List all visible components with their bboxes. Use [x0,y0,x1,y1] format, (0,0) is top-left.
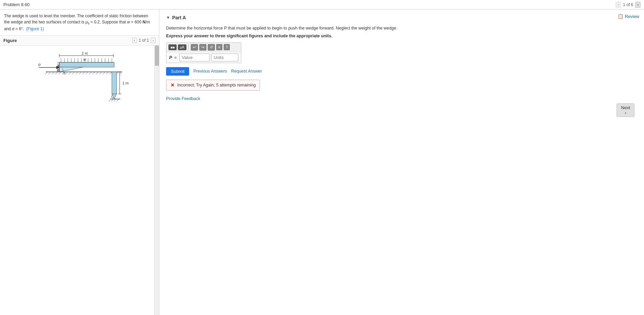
svg-rect-53 [112,72,117,94]
collapse-icon[interactable]: ▼ [166,15,170,20]
part-a-label: Part A [172,15,186,20]
next-button[interactable]: Next › [617,103,635,117]
toolbar-reset-btn[interactable]: ↺ [208,44,215,51]
error-message: Incorrect; Try Again; 5 attempts remaini… [177,83,256,87]
svg-line-52 [120,72,122,74]
p-label: P [169,55,172,60]
figure-link[interactable]: (Figure 1) [26,26,44,31]
svg-line-44 [93,72,95,74]
svg-line-61 [108,99,111,101]
error-icon: ✕ [170,82,175,88]
svg-line-41 [82,72,85,74]
svg-line-48 [106,72,108,74]
error-box: ✕ Incorrect; Try Again; 5 attempts remai… [166,80,260,91]
submit-row: Submit Previous Answers Request Answer [166,67,637,76]
part-a-section: ▼ Part A Determine the horizontal force … [166,15,637,91]
svg-line-45 [96,72,98,74]
svg-line-46 [99,72,102,74]
svg-line-62 [111,99,114,101]
svg-line-36 [65,72,68,74]
part-header: ▼ Part A [166,15,637,20]
figure-scrollbar[interactable] [154,45,159,315]
toolbar-blocks-btn[interactable]: ■■ [168,44,177,50]
review-label: Review [625,14,639,19]
figure-page-info: 1 of 1 [139,38,149,43]
problem-title: Problem 8.60 [3,2,29,7]
svg-rect-22 [59,62,114,67]
svg-line-33 [55,72,58,74]
toolbar-keyboard-btn[interactable]: ≡ [216,44,222,50]
figure-canvas: 2 m w [0,45,159,315]
previous-answers-btn[interactable]: Previous Answers [193,69,227,74]
toolbar-separator [188,44,189,50]
svg-line-32 [52,72,54,74]
prev-problem-btn[interactable]: ‹ [616,2,621,8]
toolbar-symbol-btn[interactable]: μA [178,44,186,50]
answer-box: ■■ μA ↩ ↪ ↺ ≡ ? P = [166,42,241,63]
question-text: Determine the horizontal force P that mu… [166,25,637,32]
svg-line-37 [69,72,71,74]
request-answer-btn[interactable]: Request Answer [231,69,262,74]
scroll-thumb [155,45,159,66]
figure-header: Figure ‹ 1 of 1 › [0,36,159,45]
toolbar-undo-btn[interactable]: ↩ [191,44,198,51]
svg-line-30 [45,72,47,74]
svg-text:P: P [38,63,41,67]
figure-next-btn[interactable]: › [151,38,156,43]
svg-line-38 [72,72,75,74]
right-panel: 📋 Review ▼ Part A Determine the horizont… [159,9,644,315]
svg-line-39 [76,72,78,74]
instruction-text: Express your answer to three significant… [166,34,637,38]
figure-title: Figure [3,38,17,43]
figure-nav: ‹ 1 of 1 › [132,38,156,43]
submit-button[interactable]: Submit [166,67,189,76]
svg-line-49 [109,72,112,74]
svg-line-31 [48,72,51,74]
toolbar-redo-btn[interactable]: ↪ [199,44,206,51]
svg-text:1 m: 1 m [122,81,128,85]
feedback-link[interactable]: Provide Feedback [166,96,200,101]
toolbar-help-btn[interactable]: ? [224,44,230,50]
figure-section: Figure ‹ 1 of 1 › 2 m [0,36,159,315]
svg-line-43 [89,72,92,74]
page-info: 1 of 6 [623,2,633,7]
figure-prev-btn[interactable]: ‹ [132,38,137,43]
equals-label: = [174,55,177,60]
value-input[interactable] [179,54,210,61]
review-button[interactable]: 📋 Review [618,14,639,19]
left-panel: The wedge is used to level the member. T… [0,9,159,315]
svg-line-47 [103,72,105,74]
svg-line-64 [117,99,119,101]
answer-toolbar: ■■ μA ↩ ↪ ↺ ≡ ? [166,43,241,52]
svg-line-42 [86,72,88,74]
svg-text:2 m: 2 m [81,51,87,55]
svg-text:w: w [83,57,86,61]
top-nav: ‹ 1 of 6 › [616,2,641,8]
units-input[interactable] [211,54,238,61]
problem-description: The wedge is used to level the member. T… [0,9,159,36]
review-icon: 📋 [618,14,623,19]
answer-input-row: P = [166,52,241,63]
wedge-diagram: 2 m w [25,49,134,103]
problem-text: The wedge is used to level the member. T… [4,13,155,32]
feedback-section: Provide Feedback [166,96,637,101]
svg-line-40 [79,72,81,74]
next-problem-btn[interactable]: › [635,2,641,8]
